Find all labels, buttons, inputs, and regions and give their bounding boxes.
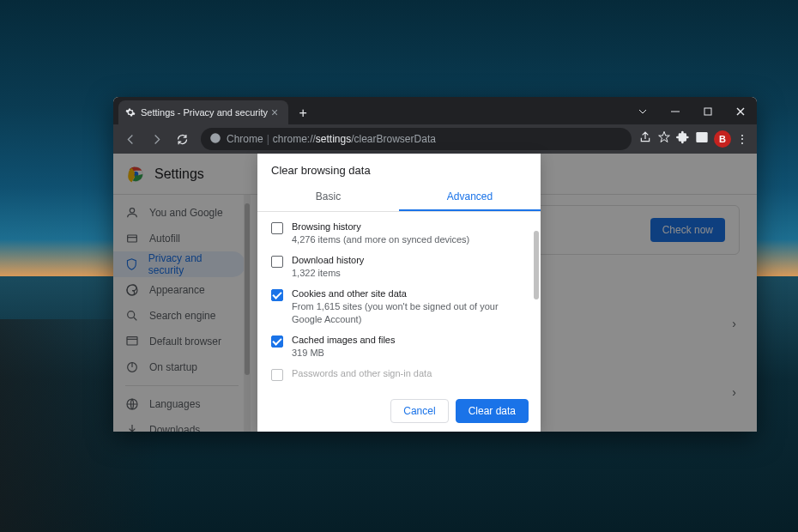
chrome-window: Settings - Privacy and security × + Chro… <box>113 97 757 432</box>
option-browsing-history[interactable]: Browsing history4,276 items (and more on… <box>257 217 541 251</box>
option-cookies[interactable]: Cookies and other site dataFrom 1,615 si… <box>257 284 541 330</box>
clear-data-button[interactable]: Clear data <box>456 399 529 423</box>
tab-advanced[interactable]: Advanced <box>399 184 541 211</box>
dialog-actions: Cancel Clear data <box>257 390 541 432</box>
checkbox[interactable] <box>271 256 283 268</box>
svg-point-4 <box>210 133 221 143</box>
dialog-scrollbar[interactable] <box>532 212 541 390</box>
forward-button[interactable] <box>144 127 168 151</box>
checkbox[interactable] <box>271 369 283 381</box>
cancel-button[interactable]: Cancel <box>390 399 448 423</box>
bookmark-icon[interactable] <box>657 130 671 148</box>
share-icon[interactable] <box>638 130 652 148</box>
tab-search-button[interactable] <box>626 99 659 124</box>
titlebar: Settings - Privacy and security × + <box>113 97 757 124</box>
url-strong: settings <box>316 133 351 145</box>
settings-page: Settings You and Google Autofill Privacy… <box>113 154 757 432</box>
close-tab-icon[interactable]: × <box>268 106 281 119</box>
svg-rect-5 <box>697 133 707 142</box>
browser-tab[interactable]: Settings - Privacy and security × <box>118 100 288 124</box>
url-scheme: Chrome <box>227 133 263 145</box>
dialog-tabs: Basic Advanced <box>257 184 541 212</box>
tab-title: Settings - Privacy and security <box>141 107 268 118</box>
minimize-button[interactable] <box>659 99 692 124</box>
chrome-menu-icon[interactable]: ⋮ <box>736 133 748 145</box>
window-controls <box>626 99 757 124</box>
chrome-scheme-icon <box>209 132 221 147</box>
close-window-button[interactable] <box>724 99 757 124</box>
extensions-icon[interactable] <box>676 130 690 148</box>
profile-avatar[interactable]: B <box>714 130 731 148</box>
reload-button[interactable] <box>170 127 194 151</box>
gear-icon <box>125 107 136 118</box>
tab-basic[interactable]: Basic <box>257 184 399 211</box>
clear-browsing-data-dialog: Clear browsing data Basic Advanced Brows… <box>257 154 541 432</box>
checkbox[interactable] <box>271 289 283 301</box>
dialog-title: Clear browsing data <box>257 154 541 184</box>
option-cached-images[interactable]: Cached images and files319 MB <box>257 330 541 364</box>
maximize-button[interactable] <box>692 99 724 124</box>
url-prefix: chrome:// <box>273 133 316 145</box>
svg-rect-1 <box>704 108 711 115</box>
omnibox[interactable]: Chrome | chrome://settings/clearBrowserD… <box>201 128 632 150</box>
toolbar: Chrome | chrome://settings/clearBrowserD… <box>113 124 757 154</box>
back-button[interactable] <box>118 127 142 151</box>
checkbox[interactable] <box>271 336 283 348</box>
new-tab-button[interactable]: + <box>292 102 314 124</box>
checkbox[interactable] <box>271 222 283 234</box>
option-download-history[interactable]: Download history1,322 items <box>257 251 541 284</box>
dialog-body: Browsing history4,276 items (and more on… <box>257 212 541 390</box>
option-passwords[interactable]: Passwords and other sign-in data <box>257 364 541 384</box>
sidepanel-icon[interactable] <box>695 130 709 148</box>
url-rest: /clearBrowserData <box>351 133 436 145</box>
